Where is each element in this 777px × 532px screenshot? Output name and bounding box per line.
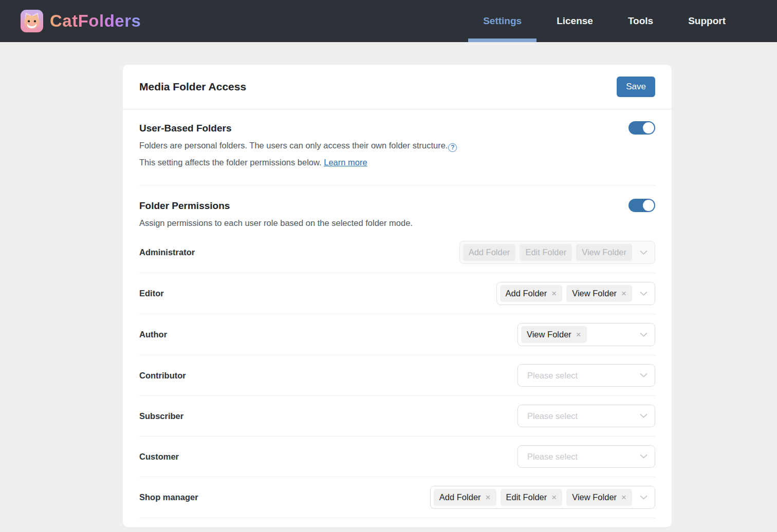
role-name: Contributor xyxy=(139,371,186,381)
permission-tag-label: Edit Folder xyxy=(525,248,566,257)
catfolders-logo-icon xyxy=(21,10,43,32)
role-row-editor: Editor Add Folder×View Folder× xyxy=(139,273,655,314)
remove-tag-icon[interactable]: × xyxy=(576,330,581,339)
permission-tag-label: Add Folder xyxy=(506,289,547,298)
toggle-knob xyxy=(643,122,654,134)
remove-tag-icon[interactable]: × xyxy=(551,289,557,298)
chevron-down-icon[interactable] xyxy=(640,291,647,296)
nav-tabs: SettingsLicenseToolsSupport xyxy=(466,0,743,42)
user-based-folders-description: Folders are personal folders. The users … xyxy=(139,140,655,152)
learn-more-link[interactable]: Learn more xyxy=(324,158,367,167)
brand-name: CatFolders xyxy=(50,11,141,31)
role-name: Administrator xyxy=(139,248,195,257)
chevron-down-icon[interactable] xyxy=(640,250,647,255)
role-row-author: Author View Folder× xyxy=(139,314,655,355)
role-row-administrator: Administrator Add FolderEdit FolderView … xyxy=(139,232,655,273)
permission-tag-label: View Folder xyxy=(572,492,617,502)
permission-tag-label: Edit Folder xyxy=(506,492,547,502)
permission-tag-label: View Folder xyxy=(582,248,626,257)
role-permissions-list: Administrator Add FolderEdit FolderView … xyxy=(139,232,655,518)
nav-tab-label: License xyxy=(557,15,593,27)
folder-permissions-description: Assign permissions to each user role bas… xyxy=(139,217,655,230)
role-row-shop-manager: Shop manager Add Folder×Edit Folder×View… xyxy=(139,477,655,518)
card-body: User-Based Folders Folders are personal … xyxy=(123,109,672,527)
save-button[interactable]: Save xyxy=(617,77,655,97)
card-header: Media Folder Access Save xyxy=(123,65,672,109)
chevron-down-icon[interactable] xyxy=(640,495,647,500)
select-placeholder: Please select xyxy=(521,411,578,421)
nav-tab-label: Tools xyxy=(628,15,653,27)
chevron-down-icon[interactable] xyxy=(640,414,647,419)
nav-tab-support[interactable]: Support xyxy=(671,0,743,42)
settings-card: Media Folder Access Save User-Based Fold… xyxy=(123,65,672,527)
user-based-folders-toggle[interactable] xyxy=(628,121,655,135)
nav-tab-tools[interactable]: Tools xyxy=(610,0,671,42)
role-name: Editor xyxy=(139,289,164,298)
role-row-customer: Customer Please select xyxy=(139,436,655,477)
permission-tag: Add Folder× xyxy=(434,489,496,506)
nav-tab-license[interactable]: License xyxy=(539,0,610,42)
select-placeholder: Please select xyxy=(521,371,578,381)
role-name: Customer xyxy=(139,452,179,462)
toggle-knob xyxy=(643,200,654,211)
nav-tab-label: Support xyxy=(688,15,726,27)
user-based-folders-note: This setting affects the folder permissi… xyxy=(139,158,655,167)
chevron-down-icon[interactable] xyxy=(640,454,647,459)
permissions-select-subscriber[interactable]: Please select xyxy=(517,405,655,427)
permissions-select-author[interactable]: View Folder× xyxy=(517,323,655,346)
role-row-contributor: Contributor Please select xyxy=(139,355,655,396)
permissions-select-editor[interactable]: Add Folder×View Folder× xyxy=(496,282,655,305)
permission-tag: Add Folder× xyxy=(500,285,563,302)
remove-tag-icon[interactable]: × xyxy=(621,289,626,298)
permission-tag-label: View Folder xyxy=(572,289,617,298)
remove-tag-icon[interactable]: × xyxy=(486,493,491,502)
permission-tag: Edit Folder xyxy=(520,244,572,261)
permission-tag-label: Add Folder xyxy=(469,248,510,257)
role-name: Shop manager xyxy=(139,492,198,502)
section-user-based-folders: User-Based Folders Folders are personal … xyxy=(139,109,655,185)
permissions-select-customer[interactable]: Please select xyxy=(517,445,655,468)
chevron-down-icon[interactable] xyxy=(640,332,647,337)
brand: CatFolders xyxy=(21,10,141,32)
permissions-select-administrator[interactable]: Add FolderEdit FolderView Folder xyxy=(459,241,655,264)
folder-permissions-title: Folder Permissions xyxy=(139,200,655,212)
permission-tag-label: View Folder xyxy=(527,330,571,339)
select-placeholder: Please select xyxy=(521,452,578,462)
user-based-folders-title: User-Based Folders xyxy=(139,123,655,134)
permissions-select-shop-manager[interactable]: Add Folder×Edit Folder×View Folder× xyxy=(430,486,655,509)
permission-tag: Add Folder xyxy=(463,244,516,261)
remove-tag-icon[interactable]: × xyxy=(551,493,557,502)
nav-tab-label: Settings xyxy=(483,15,522,27)
chevron-down-icon[interactable] xyxy=(640,373,647,378)
remove-tag-icon[interactable]: × xyxy=(621,493,626,502)
permission-tag: View Folder× xyxy=(566,285,632,302)
section-folder-permissions: Folder Permissions Assign permissions to… xyxy=(139,185,655,232)
top-navbar: CatFolders SettingsLicenseToolsSupport xyxy=(0,0,777,42)
nav-tab-settings[interactable]: Settings xyxy=(466,0,539,42)
folder-permissions-toggle[interactable] xyxy=(628,199,655,212)
permission-tag: View Folder× xyxy=(566,489,632,506)
permission-tag-label: Add Folder xyxy=(439,492,481,502)
permission-tag: View Folder× xyxy=(521,326,587,343)
user-based-folders-description-text: Folders are personal folders. The users … xyxy=(139,141,448,150)
role-row-subscriber: Subscriber Please select xyxy=(139,396,655,436)
user-based-folders-note-text: This setting affects the folder permissi… xyxy=(139,158,322,167)
page-title: Media Folder Access xyxy=(139,81,246,93)
permission-tag: Edit Folder× xyxy=(501,489,563,506)
permissions-select-contributor[interactable]: Please select xyxy=(517,364,655,387)
help-icon[interactable]: ? xyxy=(448,143,457,152)
role-name: Author xyxy=(139,330,167,339)
permission-tag: View Folder xyxy=(576,244,632,261)
role-name: Subscriber xyxy=(139,411,183,421)
